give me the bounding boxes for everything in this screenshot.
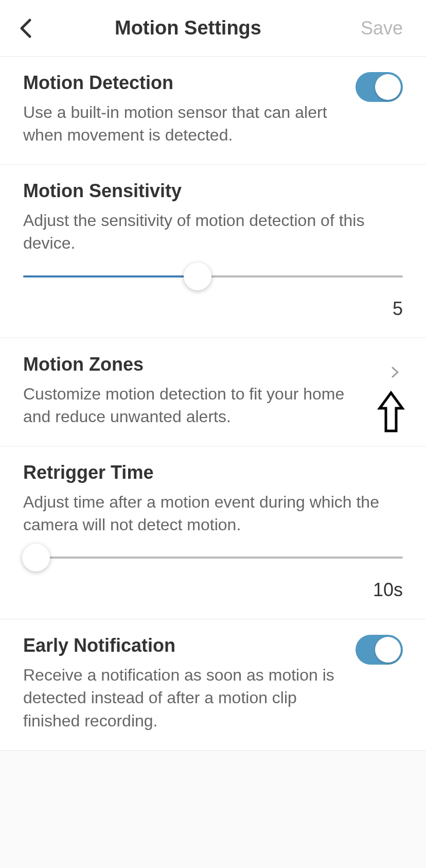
retrigger-time-section: Retrigger Time Adjust time after a motio… <box>0 446 426 619</box>
motion-detection-toggle[interactable] <box>356 72 403 102</box>
motion-sensitivity-section: Motion Sensitivity Adjust the sensitivit… <box>0 165 426 338</box>
motion-detection-desc: Use a built-in motion sensor that can al… <box>23 101 345 146</box>
retrigger-time-value: 10s <box>23 579 403 601</box>
motion-detection-section: Motion Detection Use a built-in motion s… <box>0 57 426 165</box>
early-notification-title: Early Notification <box>23 635 345 656</box>
retrigger-time-title: Retrigger Time <box>23 462 403 483</box>
motion-zones-title: Motion Zones <box>23 354 375 375</box>
retrigger-time-desc: Adjust time after a motion event during … <box>23 491 403 536</box>
motion-sensitivity-desc: Adjust the sensitivity of motion detecti… <box>23 209 403 254</box>
header: Motion Settings Save <box>0 0 426 57</box>
motion-detection-title: Motion Detection <box>23 72 345 94</box>
slider-thumb[interactable] <box>184 263 211 290</box>
early-notification-desc: Receive a notification as soon as motion… <box>23 664 345 732</box>
motion-sensitivity-title: Motion Sensitivity <box>23 180 403 202</box>
slider-thumb[interactable] <box>22 544 50 571</box>
motion-zones-desc: Customize motion detection to fit your h… <box>23 383 375 428</box>
early-notification-toggle[interactable] <box>356 635 403 665</box>
motion-sensitivity-slider[interactable]: 5 <box>23 275 403 320</box>
motion-sensitivity-value: 5 <box>23 298 403 320</box>
early-notification-section: Early Notification Receive a notificatio… <box>0 619 426 750</box>
retrigger-time-slider[interactable]: 10s <box>23 557 403 601</box>
motion-zones-section[interactable]: Motion Zones Customize motion detection … <box>0 338 426 446</box>
page-title: Motion Settings <box>15 17 361 39</box>
footer-area <box>0 750 426 868</box>
up-arrow-annotation-icon <box>377 390 405 436</box>
save-button[interactable]: Save <box>361 18 403 39</box>
chevron-right-icon <box>390 367 400 377</box>
